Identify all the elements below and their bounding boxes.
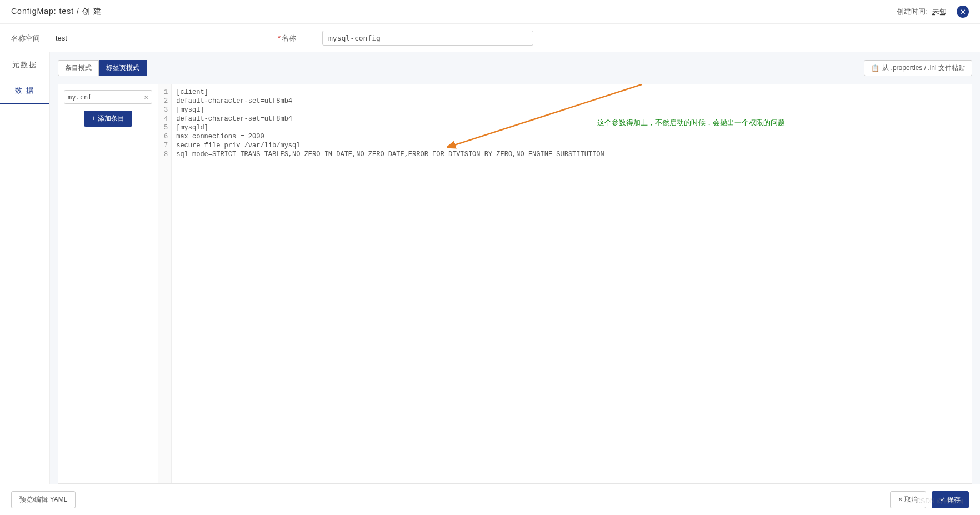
- paste-from-file-button[interactable]: 📋 从 .properties / .ini 文件粘贴: [864, 60, 972, 76]
- close-icon: ✕: [960, 8, 966, 16]
- page-header: ConfigMap: test / 创 建 创建时间: 未知 ✕: [0, 0, 980, 24]
- form-row: 名称空间 test *名称: [0, 24, 980, 52]
- remove-entry-icon[interactable]: ×: [144, 93, 148, 101]
- toolbar: 条目模式 标签页模式 📋 从 .properties / .ini 文件粘贴: [58, 60, 972, 76]
- save-button[interactable]: ✓ 保存: [932, 491, 969, 508]
- namespace-value: test: [56, 34, 267, 42]
- entry-list: my.cnf × + 添加条目: [58, 84, 158, 483]
- mode-list-button[interactable]: 条目模式: [58, 60, 99, 76]
- footer: 预览/编辑 YAML × 取消 ✓ 保存: [0, 484, 980, 515]
- cancel-button[interactable]: × 取消: [890, 491, 926, 508]
- mode-tab-button[interactable]: 标签页模式: [99, 60, 147, 76]
- breadcrumb: ConfigMap: test / 创 建: [11, 7, 102, 17]
- tab-data[interactable]: 数 据: [0, 78, 49, 104]
- line-gutter: 12345678: [158, 84, 172, 483]
- name-label: *名称: [278, 33, 311, 43]
- side-tabs: 元数据 数 据: [0, 52, 50, 484]
- tab-metadata[interactable]: 元数据: [0, 52, 49, 78]
- entry-item[interactable]: my.cnf ×: [64, 90, 152, 104]
- add-entry-button[interactable]: + 添加条目: [84, 111, 132, 127]
- annotation-text: 这个参数得加上，不然启动的时候，会抛出一个权限的问题: [597, 118, 785, 128]
- namespace-label: 名称空间: [11, 33, 44, 43]
- close-button[interactable]: ✕: [957, 6, 969, 18]
- created-time-value: 未知: [932, 7, 947, 17]
- entry-name: my.cnf: [68, 93, 92, 101]
- code-content[interactable]: [client] default-character-set=utf8mb4 […: [172, 84, 609, 483]
- preview-yaml-button[interactable]: 预览/编辑 YAML: [11, 491, 76, 508]
- code-editor[interactable]: 12345678 [client] default-character-set=…: [158, 84, 972, 483]
- name-input[interactable]: [322, 31, 533, 46]
- required-asterisk: *: [278, 34, 281, 42]
- paste-icon: 📋: [871, 64, 879, 72]
- created-time-label: 创建时间:: [897, 7, 928, 17]
